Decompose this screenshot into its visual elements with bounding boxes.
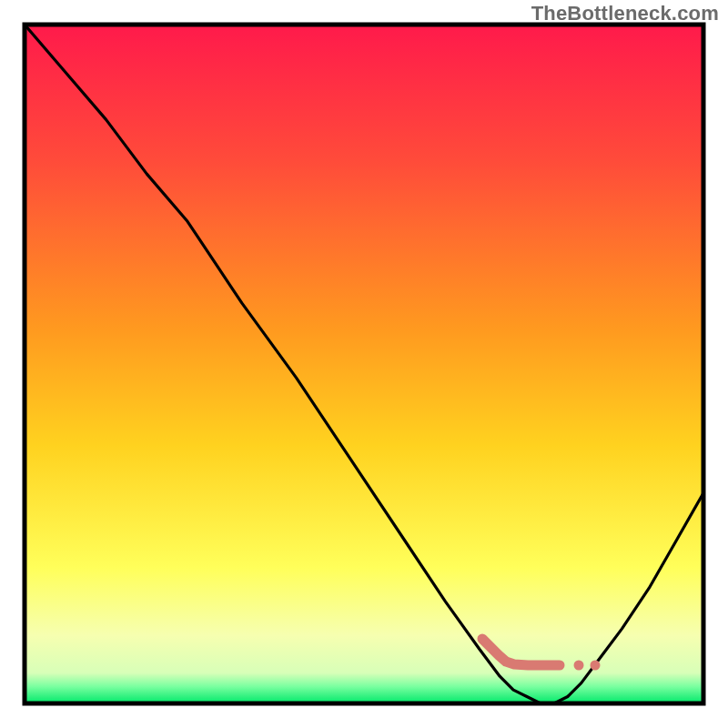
marker-dot-1: [591, 661, 601, 671]
marker-dot-0: [574, 661, 584, 671]
chart-canvas: [0, 0, 728, 728]
chart-stage: TheBottleneck.com: [0, 0, 728, 728]
plot-background: [25, 25, 703, 703]
